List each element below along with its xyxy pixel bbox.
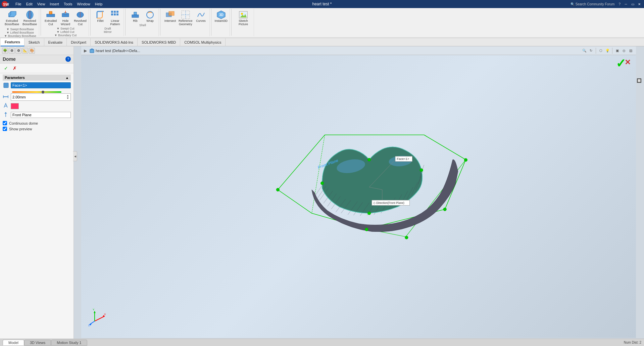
svg-text:SW: SW <box>3 2 9 6</box>
shell-label[interactable]: Shell <box>139 24 146 27</box>
config-manager-icon[interactable]: ⚙ <box>15 48 21 54</box>
extruded-cut-button[interactable]: ExtrudedCut <box>44 9 58 27</box>
hole-wizard-label: HoleWizard <box>61 19 70 26</box>
intersect-button[interactable]: Intersect <box>163 9 177 24</box>
spin-down[interactable]: ▼ <box>66 97 69 100</box>
tab-solidworks-addins[interactable]: SOLIDWORKS Add-Ins <box>91 38 138 46</box>
menu-window[interactable]: Window <box>75 1 92 7</box>
tab-evaluate[interactable]: Evaluate <box>44 38 67 46</box>
feature-tree-icon[interactable]: 🌳 <box>2 48 8 54</box>
instant3d-icon: 3D <box>216 10 226 19</box>
lights-icon[interactable]: 💡 <box>605 48 610 53</box>
curves-button[interactable]: Curves <box>194 9 208 24</box>
parameters-title-row[interactable]: Parameters ▲ <box>3 75 71 81</box>
fillet-button[interactable]: Fillet <box>93 9 107 24</box>
dome-title: Dome <box>3 56 16 62</box>
help-icon[interactable]: ? <box>618 2 621 6</box>
panel-collapse-button[interactable]: ◀ <box>73 151 77 161</box>
wrap-label: Wrap <box>146 19 153 23</box>
instant3d-group: 3D Instant3D <box>213 9 230 36</box>
hole-wizard-button[interactable]: HoleWizard <box>58 9 72 27</box>
handle-bb-top-right <box>464 158 467 161</box>
face-field[interactable]: Face<1> <box>11 82 71 88</box>
tab-comsol[interactable]: COMSOL Multiphysics <box>180 38 226 46</box>
show-preview-checkbox[interactable] <box>3 127 7 131</box>
continuous-dome-checkbox[interactable] <box>3 121 7 125</box>
menu-insert[interactable]: Insert <box>48 1 61 7</box>
mirror-label[interactable]: Mirror <box>104 30 112 34</box>
view-cube-icon[interactable]: ⬡ <box>598 48 603 53</box>
tab-sketch[interactable]: Sketch <box>24 38 44 46</box>
features-group-3: Intersect ReferenceGeometry <box>162 9 210 36</box>
status-tab-model[interactable]: Model <box>3 340 24 345</box>
dome-ok-button[interactable]: ✓ <box>3 65 9 72</box>
restore-button[interactable]: ▭ <box>630 2 635 6</box>
parameters-title: Parameters <box>5 76 25 80</box>
status-tab-3dviews[interactable]: 3D Views <box>24 340 51 346</box>
lofted-cut-label[interactable]: ▼ Lofted Cut <box>57 30 75 34</box>
sketch-picture-button[interactable]: Sketch Picture <box>234 9 252 27</box>
tab-solidworks-mbd[interactable]: SOLIDWORKS MBD <box>138 38 180 46</box>
swept-cut-label[interactable]: ▼ Swept Cut <box>57 27 75 30</box>
hide-all-icon[interactable]: ◎ <box>621 48 627 53</box>
expand-tree-icon[interactable]: ▶ <box>84 48 87 53</box>
display-manager-icon[interactable]: 🎨 <box>29 48 35 54</box>
boundary-boss-label[interactable]: ▼ Boundary Boss/Base <box>4 34 36 38</box>
intersect-label: Intersect <box>164 19 176 23</box>
status-tab-motion[interactable]: Motion Study 1 <box>51 340 87 346</box>
linear-pattern-icon <box>110 10 120 19</box>
rib-button[interactable]: Rib <box>128 9 142 24</box>
viewport-toolbar: ▶ heart test (Default<<Defa... 🔍 ↻ ⬡ 💡 ▣… <box>81 46 636 55</box>
slider-track[interactable] <box>12 91 61 93</box>
svg-rect-20 <box>116 11 118 13</box>
lofted-boss-label[interactable]: ▼ Lofted Boss/Base <box>6 31 34 34</box>
svg-line-49 <box>278 135 325 189</box>
zoom-icon[interactable]: 🔍 <box>582 48 587 53</box>
dome-help-button[interactable]: ? <box>65 56 71 62</box>
dome-actions: ✓ ✗ <box>0 63 73 73</box>
section-view-icon-2[interactable]: ▨ <box>628 48 633 53</box>
menu-edit[interactable]: Edit <box>24 1 35 7</box>
menu-view[interactable]: View <box>35 1 47 7</box>
tab-dimxpert[interactable]: DimXpert <box>67 38 91 46</box>
draft-label[interactable]: Draft <box>104 27 111 30</box>
face-param-icon <box>3 82 9 89</box>
display-mode-icon[interactable]: ▣ <box>614 48 620 53</box>
swept-boss-label[interactable]: ▼ Swept Boss/Base <box>6 28 34 31</box>
slider-thumb[interactable] <box>42 91 44 93</box>
cancel-x-mark[interactable]: ✕ <box>625 58 631 67</box>
revolved-cut-button[interactable]: RevolvedCut <box>73 9 87 27</box>
property-manager-icon[interactable]: ⚙ <box>9 48 15 54</box>
dim-xpert-icon[interactable]: 📐 <box>22 48 28 54</box>
dome-panel: Dome ? ✓ ✗ Parameters ▲ Face<1> <box>0 55 73 339</box>
boundary-cut-label[interactable]: ▼ Boundary Cut <box>54 34 77 37</box>
rotate-icon[interactable]: ↻ <box>588 48 594 53</box>
svg-rect-19 <box>114 11 116 13</box>
svg-marker-45 <box>4 112 7 114</box>
svg-line-56 <box>424 135 465 160</box>
minimize-button[interactable]: ─ <box>623 2 629 6</box>
viewport[interactable]: ▶ heart test (Default<<Defa... 🔍 ↻ ⬡ 💡 ▣… <box>81 46 636 338</box>
tab-features[interactable]: Features <box>1 38 24 46</box>
revolved-boss-base-button[interactable]: RevolvedBoss/Base <box>22 9 38 27</box>
wrap-button[interactable]: Wrap <box>143 9 157 24</box>
menu-file[interactable]: File <box>13 1 23 7</box>
collapse-arrow-icon: ◀ <box>74 155 76 158</box>
menu-help[interactable]: Help <box>93 1 105 7</box>
direction-icon <box>3 112 9 118</box>
size-input-field[interactable]: 2.00mm ▲ ▼ <box>11 93 71 101</box>
parameters-section: Parameters ▲ Face<1> <box>0 73 73 134</box>
instant3d-button[interactable]: 3D Instant3D <box>214 9 229 24</box>
close-button[interactable]: ✕ <box>637 2 642 6</box>
collapse-icon: ▲ <box>65 76 69 80</box>
view-orientation-icon[interactable]: 🔲 <box>636 78 642 84</box>
direction-field[interactable]: Front Plane <box>11 112 71 118</box>
linear-pattern-button[interactable]: LinearPattern <box>108 9 122 27</box>
extruded-boss-base-button[interactable]: ExtrudedBoss/Base <box>3 9 21 27</box>
menu-tools[interactable]: Tools <box>62 1 75 7</box>
search-box[interactable]: 🔍 Search Community Forum <box>571 2 614 6</box>
reference-geometry-button[interactable]: ReferenceGeometry <box>178 9 193 27</box>
handle-bb-bottom <box>365 228 368 231</box>
dome-cancel-button[interactable]: ✗ <box>11 65 18 72</box>
color-swatch[interactable] <box>11 103 19 109</box>
